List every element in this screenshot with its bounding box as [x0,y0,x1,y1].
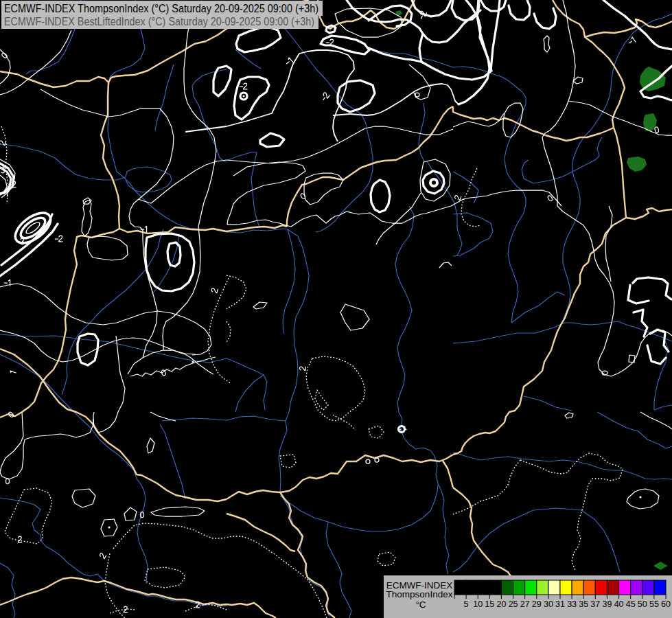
svg-text:°C: °C [415,599,426,610]
svg-text:60: 60 [661,599,671,609]
svg-text:5: 5 [464,599,469,609]
svg-text:ECMWF-INDEX ThompsonIndex (°C): ECMWF-INDEX ThompsonIndex (°C) Saturday … [4,3,318,14]
svg-text:27: 27 [520,599,530,609]
svg-text:20: 20 [496,599,506,609]
svg-text:15: 15 [485,599,494,609]
svg-text:10: 10 [473,599,483,609]
svg-text:31: 31 [555,599,565,609]
svg-text:55: 55 [649,599,659,609]
svg-text:30: 30 [544,599,553,609]
svg-text:50: 50 [638,599,647,609]
svg-text:ThompsonIndex: ThompsonIndex [386,589,453,599]
svg-text:25: 25 [509,599,518,609]
svg-text:45: 45 [626,599,636,609]
svg-text:40: 40 [614,599,624,609]
svg-text:29: 29 [532,599,542,609]
svg-text:33: 33 [567,599,577,609]
svg-text:39: 39 [602,599,612,609]
svg-text:ECMWF-INDEX BestLiftedIndex (°: ECMWF-INDEX BestLiftedIndex (°C) Saturda… [4,16,314,27]
svg-text:35: 35 [579,599,588,609]
svg-text:37: 37 [590,599,600,609]
